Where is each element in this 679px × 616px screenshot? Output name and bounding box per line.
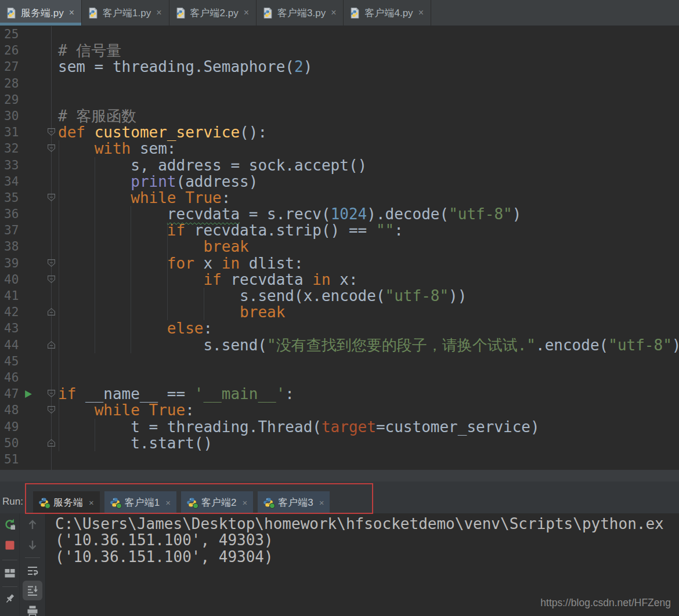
code-text[interactable]: print(address)	[55, 173, 258, 190]
gutter-zone[interactable]	[22, 304, 55, 320]
editor-tab-2[interactable]: 客户端2.py×	[169, 0, 257, 26]
code-editor[interactable]: 2526# 信号量27sem = threading.Semaphore(2)2…	[0, 26, 679, 470]
line-number[interactable]: 34	[0, 173, 22, 190]
stop-button[interactable]	[2, 538, 17, 553]
editor-tab-4[interactable]: 客户端4.py×	[344, 0, 431, 26]
line-number[interactable]: 38	[0, 238, 22, 255]
line-number[interactable]: 41	[0, 288, 22, 304]
layout-button[interactable]	[2, 566, 17, 581]
code-line-29[interactable]: 29	[0, 92, 679, 108]
code-line-51[interactable]: 51	[0, 451, 679, 468]
gutter-zone[interactable]	[22, 435, 55, 451]
code-text[interactable]: for x in dlist:	[55, 255, 304, 271]
fold-start-icon[interactable]	[47, 405, 56, 414]
print-button[interactable]	[25, 604, 40, 616]
gutter-zone[interactable]	[22, 173, 55, 190]
line-number[interactable]: 35	[0, 190, 22, 206]
rerun-button[interactable]	[2, 517, 17, 532]
code-line-26[interactable]: 26# 信号量	[0, 42, 679, 59]
code-line-42[interactable]: 42 break	[0, 304, 679, 320]
gutter-zone[interactable]	[22, 419, 55, 435]
line-number[interactable]: 44	[0, 337, 22, 353]
tab-close-icon[interactable]: ×	[68, 8, 74, 17]
gutter-zone[interactable]	[22, 386, 55, 402]
fold-start-icon[interactable]	[47, 389, 56, 398]
code-line-34[interactable]: 34 print(address)	[0, 173, 679, 190]
code-line-47[interactable]: 47if __name__ == '__main__':	[0, 386, 679, 402]
code-text[interactable]	[55, 451, 58, 468]
run-line-icon[interactable]	[24, 390, 32, 398]
code-text[interactable]: else:	[55, 320, 212, 336]
line-number[interactable]: 31	[0, 124, 22, 140]
code-line-41[interactable]: 41 s.send(x.encode("utf-8"))	[0, 288, 679, 304]
code-line-31[interactable]: 31def customer_service():	[0, 124, 679, 140]
code-line-40[interactable]: 40 if recvdata in x:	[0, 271, 679, 288]
code-line-30[interactable]: 30# 客服函数	[0, 108, 679, 124]
code-line-28[interactable]: 28	[0, 75, 679, 92]
line-number[interactable]: 50	[0, 435, 22, 451]
editor-tab-0[interactable]: 服务端.py×	[0, 0, 82, 26]
gutter-zone[interactable]	[22, 288, 55, 304]
line-number[interactable]: 28	[0, 75, 22, 92]
gutter-zone[interactable]	[22, 451, 55, 468]
code-line-37[interactable]: 37 if recvdata.strip() == "":	[0, 222, 679, 238]
gutter-zone[interactable]	[22, 124, 55, 140]
code-text[interactable]	[55, 26, 58, 42]
line-number[interactable]: 45	[0, 353, 22, 369]
gutter-zone[interactable]	[22, 190, 55, 206]
line-number[interactable]: 42	[0, 304, 22, 320]
gutter-zone[interactable]	[22, 157, 55, 173]
gutter-zone[interactable]	[22, 320, 55, 336]
gutter-zone[interactable]	[22, 206, 55, 222]
pin-button[interactable]	[2, 591, 17, 606]
line-number[interactable]: 43	[0, 320, 22, 336]
line-number[interactable]: 40	[0, 271, 22, 288]
gutter-zone[interactable]	[22, 369, 55, 386]
editor-tab-3[interactable]: 客户端3.py×	[257, 0, 344, 26]
gutter-zone[interactable]	[22, 255, 55, 271]
code-text[interactable]	[55, 75, 58, 92]
line-number[interactable]: 51	[0, 451, 22, 468]
code-text[interactable]: with sem:	[55, 140, 176, 157]
line-number[interactable]: 27	[0, 59, 22, 75]
gutter-zone[interactable]	[22, 238, 55, 255]
code-text[interactable]: break	[55, 238, 249, 255]
code-line-50[interactable]: 50 t.start()	[0, 435, 679, 451]
code-line-35[interactable]: 35 while True:	[0, 190, 679, 206]
code-text[interactable]: recvdata = s.recv(1024).decode("utf-8")	[55, 206, 521, 222]
tab-close-icon[interactable]: ×	[330, 8, 336, 17]
code-line-45[interactable]: 45	[0, 353, 679, 369]
tab-close-icon[interactable]: ×	[155, 8, 161, 17]
code-text[interactable]: if __name__ == '__main__':	[55, 386, 294, 402]
line-number[interactable]: 30	[0, 108, 22, 124]
fold-end-icon[interactable]	[47, 340, 56, 349]
line-number[interactable]: 39	[0, 255, 22, 271]
fold-start-icon[interactable]	[47, 275, 56, 284]
code-line-39[interactable]: 39 for x in dlist:	[0, 255, 679, 271]
code-line-48[interactable]: 48 while True:	[0, 402, 679, 418]
fold-start-icon[interactable]	[47, 259, 56, 267]
code-text[interactable]	[55, 353, 58, 369]
tab-close-icon[interactable]: ×	[243, 8, 249, 17]
code-text[interactable]: if recvdata.strip() == "":	[55, 222, 403, 238]
code-line-46[interactable]: 46	[0, 369, 679, 386]
code-text[interactable]: s.send("没有查找到您要的段子，请换个试试.".encode("utf-8…	[55, 337, 679, 353]
editor-tab-1[interactable]: 客户端1.py×	[82, 0, 169, 26]
down-arrow-button[interactable]	[25, 538, 40, 553]
code-text[interactable]: # 客服函数	[55, 108, 136, 124]
tab-close-icon[interactable]: ×	[417, 8, 424, 17]
gutter-zone[interactable]	[22, 26, 55, 42]
code-text[interactable]: while True:	[55, 402, 194, 418]
fold-end-icon[interactable]	[47, 439, 56, 447]
code-line-43[interactable]: 43 else:	[0, 320, 679, 336]
code-line-25[interactable]: 25	[0, 26, 679, 42]
code-line-49[interactable]: 49 t = threading.Thread(target=customer_…	[0, 419, 679, 435]
line-number[interactable]: 48	[0, 402, 22, 418]
code-line-44[interactable]: 44 s.send("没有查找到您要的段子，请换个试试.".encode("ut…	[0, 337, 679, 353]
code-line-32[interactable]: 32 with sem:	[0, 140, 679, 157]
line-number[interactable]: 29	[0, 92, 22, 108]
code-text[interactable]	[55, 92, 58, 108]
soft-wrap-button[interactable]	[25, 563, 40, 578]
code-text[interactable]: s, address = sock.accept()	[55, 157, 367, 173]
line-number[interactable]: 32	[0, 140, 22, 157]
